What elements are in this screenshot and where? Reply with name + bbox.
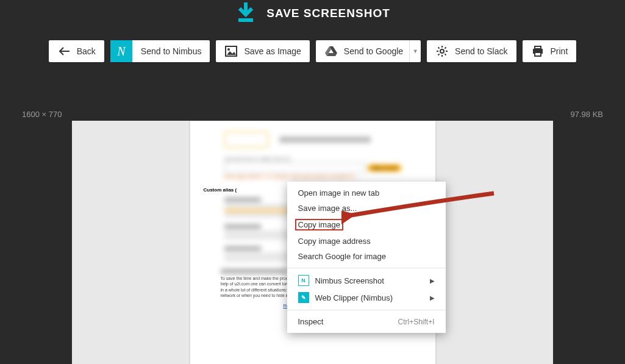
example-text: Entire page address. For example: http:/… [224, 174, 401, 179]
filesize-text: 97.98 KB [571, 110, 604, 119]
slack-label: Send to Slack [455, 46, 507, 56]
context-menu: Open image in new tab Save image as... C… [287, 182, 446, 333]
svg-rect-12 [535, 46, 541, 49]
svg-line-9 [445, 54, 446, 55]
send-to-nimbus-button[interactable]: N Send to Nimbus [110, 40, 210, 62]
toolbar: Back N Send to Nimbus Save as Image Send… [0, 40, 625, 62]
gear-icon [435, 45, 449, 58]
svg-rect-14 [535, 52, 541, 56]
back-button[interactable]: Back [49, 40, 104, 62]
send-to-google-button[interactable]: Send to Google ▼ [316, 40, 421, 62]
ctx-search-google-image[interactable]: Search Google for image [287, 249, 446, 264]
send-to-slack-button[interactable]: Send to Slack [427, 40, 516, 62]
print-icon [531, 45, 545, 58]
google-label: Send to Google [344, 46, 403, 56]
site-slogan [279, 137, 371, 143]
svg-line-8 [438, 48, 440, 49]
site-logo [224, 132, 268, 148]
shorten-button: Make it short! [368, 165, 401, 171]
print-label: Print [551, 46, 568, 56]
header: SAVE SCREENSHOT [0, 0, 625, 24]
back-label: Back [77, 46, 96, 56]
form-hint: Use this form to make short url [224, 156, 401, 162]
print-button[interactable]: Print [523, 40, 577, 62]
ctx-web-clipper[interactable]: ✎ Web Clipper (Nimbus)▶ [287, 289, 446, 306]
page-title: SAVE SCREENSHOT [266, 7, 390, 20]
ctx-copy-image[interactable]: Copy image [287, 216, 446, 234]
ctx-copy-image-address[interactable]: Copy image address [287, 234, 446, 249]
arrow-left-icon [57, 45, 71, 58]
ctx-save-image-as[interactable]: Save image as... [287, 201, 446, 216]
nimbus-label: Send to Nimbus [132, 46, 210, 56]
clipper-ext-icon: ✎ [298, 292, 309, 303]
image-icon [224, 45, 238, 58]
svg-rect-0 [238, 18, 253, 22]
svg-line-10 [438, 54, 440, 55]
google-drive-icon [324, 45, 338, 58]
shortcut-text: Ctrl+Shift+I [398, 318, 434, 326]
svg-line-11 [445, 48, 446, 49]
ctx-open-new-tab[interactable]: Open image in new tab [287, 185, 446, 201]
ctx-inspect[interactable]: InspectCtrl+Shift+I [287, 314, 446, 329]
chevron-right-icon: ▶ [430, 277, 435, 284]
svg-point-3 [440, 49, 444, 53]
dimensions-text: 1600 × 770 [22, 110, 62, 119]
chevron-down-icon[interactable]: ▼ [409, 40, 421, 62]
nimbus-ext-icon: N [298, 275, 309, 286]
meta-row: 1600 × 770 97.98 KB [0, 110, 625, 119]
save-image-label: Save as Image [244, 46, 301, 56]
nimbus-icon: N [110, 40, 132, 62]
chevron-right-icon: ▶ [430, 294, 435, 301]
svg-point-2 [227, 48, 230, 51]
ctx-nimbus-screenshot[interactable]: N Nimbus Screenshot▶ [287, 272, 446, 289]
save-as-image-button[interactable]: Save as Image [216, 40, 309, 62]
download-icon [235, 2, 257, 24]
url-input [224, 163, 366, 173]
